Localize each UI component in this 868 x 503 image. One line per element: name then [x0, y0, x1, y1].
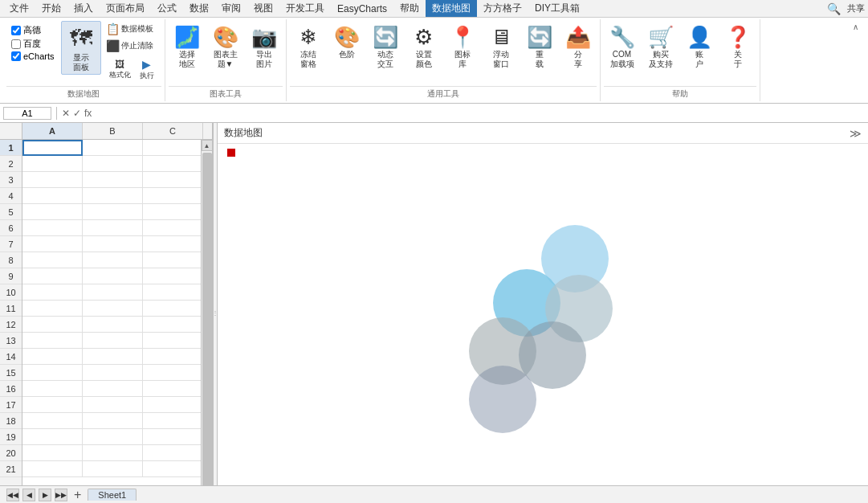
cell-c6[interactable]: [143, 220, 201, 236]
cell-b9[interactable]: [83, 268, 143, 284]
menu-view[interactable]: 视图: [247, 0, 279, 17]
cell-c9[interactable]: [143, 268, 201, 284]
color-scale-button[interactable]: 🎨 色阶: [328, 21, 365, 62]
cell-c12[interactable]: [143, 317, 201, 333]
display-panel-button[interactable]: 🗺 显示面板: [61, 21, 101, 75]
insert-function-icon[interactable]: fx: [84, 108, 92, 119]
account-button[interactable]: 👤 账户: [681, 21, 718, 72]
cell-a15[interactable]: [22, 365, 83, 381]
cell-b19[interactable]: [83, 429, 143, 445]
cell-b14[interactable]: [83, 349, 143, 365]
cell-c7[interactable]: [143, 236, 201, 252]
menu-help[interactable]: 帮助: [393, 0, 426, 17]
cell-c11[interactable]: [143, 301, 201, 317]
collapse-ribbon-button[interactable]: ∧: [850, 22, 862, 31]
confirm-formula-icon[interactable]: ✓: [73, 108, 81, 119]
cell-b12[interactable]: [83, 317, 143, 333]
map-marker-button[interactable]: 📍 图标库: [444, 21, 481, 72]
cell-a17[interactable]: [22, 397, 83, 413]
cell-c8[interactable]: [143, 252, 201, 268]
cell-b20[interactable]: [83, 445, 143, 461]
settings-color-button[interactable]: ⚙ 设置颜色: [405, 21, 442, 72]
add-sheet-button[interactable]: +: [71, 488, 84, 502]
menu-data[interactable]: 数据: [183, 0, 215, 17]
cell-a9[interactable]: [22, 268, 83, 284]
cell-a20[interactable]: [22, 445, 83, 461]
menu-review[interactable]: 审阅: [215, 0, 247, 17]
cell-b16[interactable]: [83, 381, 143, 397]
cell-c18[interactable]: [143, 413, 201, 429]
cell-c4[interactable]: [143, 188, 201, 204]
menu-formula[interactable]: 公式: [151, 0, 183, 17]
cell-a10[interactable]: [22, 284, 83, 301]
menu-diy-tools[interactable]: DIY工具箱: [528, 0, 586, 17]
checkbox-echarts[interactable]: eCharts: [11, 51, 55, 61]
cell-b7[interactable]: [83, 236, 143, 252]
menu-dev-tools[interactable]: 开发工具: [279, 0, 331, 17]
cell-c17[interactable]: [143, 397, 201, 413]
share-label[interactable]: 共享: [847, 2, 865, 14]
buy-support-button[interactable]: 🛒 购买及支持: [642, 21, 679, 72]
sheet-scroll-prev[interactable]: ◀: [22, 489, 35, 501]
cell-a1[interactable]: [22, 140, 83, 156]
sheet-scroll-last[interactable]: ▶▶: [55, 489, 67, 501]
cell-c2[interactable]: [143, 156, 201, 172]
cell-b13[interactable]: [83, 333, 143, 349]
share-button[interactable]: 📤 分享: [560, 21, 597, 72]
scroll-thumb[interactable]: [202, 153, 212, 490]
cell-b17[interactable]: [83, 397, 143, 413]
menu-start[interactable]: 开始: [35, 0, 67, 17]
format-button[interactable]: 🖼 格式化: [106, 57, 134, 82]
cell-a12[interactable]: [22, 317, 83, 333]
cell-c15[interactable]: [143, 365, 201, 381]
menu-square-grid[interactable]: 方方格子: [477, 0, 528, 17]
float-window-button[interactable]: 🖥 浮动窗口: [483, 21, 520, 72]
cell-b8[interactable]: [83, 252, 143, 268]
cell-c3[interactable]: [143, 172, 201, 188]
cell-reference-input[interactable]: [3, 107, 51, 120]
cell-b11[interactable]: [83, 301, 143, 317]
stop-clear-button[interactable]: ⬛ 停止清除: [103, 38, 161, 54]
sheet-scroll-first[interactable]: ◀◀: [6, 489, 19, 501]
cell-c1[interactable]: [143, 140, 201, 156]
cell-a7[interactable]: [22, 236, 83, 252]
cell-a21[interactable]: [22, 461, 83, 477]
cell-c20[interactable]: [143, 445, 201, 461]
cell-b1[interactable]: [83, 140, 143, 156]
cell-a4[interactable]: [22, 188, 83, 204]
cell-c13[interactable]: [143, 333, 201, 349]
col-header-b[interactable]: B: [83, 123, 143, 139]
cell-a5[interactable]: [22, 204, 83, 220]
cell-b2[interactable]: [83, 156, 143, 172]
cell-a19[interactable]: [22, 429, 83, 445]
com-addon-button[interactable]: 🔧 COM加载项: [604, 21, 641, 72]
cell-b3[interactable]: [83, 172, 143, 188]
reload-button[interactable]: 🔄 重载: [521, 21, 558, 72]
data-template-button[interactable]: 📋 数据模板: [103, 21, 161, 37]
menu-page-layout[interactable]: 页面布局: [100, 0, 151, 17]
menu-insert[interactable]: 插入: [67, 0, 100, 17]
search-icon[interactable]: 🔍: [827, 2, 841, 15]
cancel-formula-icon[interactable]: ✕: [62, 108, 70, 119]
dynamic-interaction-button[interactable]: 🔄 动态交互: [367, 21, 404, 72]
select-area-button[interactable]: 🗾 选择地区: [169, 21, 206, 72]
cell-c16[interactable]: [143, 381, 201, 397]
sheet-scroll-next[interactable]: ▶: [39, 489, 51, 501]
freeze-button[interactable]: ❄ 冻结窗格: [290, 21, 327, 72]
execute-button[interactable]: ▶ 执行: [136, 56, 158, 83]
cell-a14[interactable]: [22, 349, 83, 365]
cell-a3[interactable]: [22, 172, 83, 188]
cell-a2[interactable]: [22, 156, 83, 172]
sheet-tab[interactable]: Sheet1: [88, 489, 137, 501]
menu-file[interactable]: 文件: [3, 0, 35, 17]
cell-b10[interactable]: [83, 284, 143, 301]
cell-c14[interactable]: [143, 349, 201, 365]
menu-data-map[interactable]: 数据地图: [426, 0, 477, 17]
expand-chart-icon[interactable]: ≫: [850, 127, 862, 140]
cell-c19[interactable]: [143, 429, 201, 445]
cell-b4[interactable]: [83, 188, 143, 204]
cell-b21[interactable]: [83, 461, 143, 477]
checkbox-baidu[interactable]: 百度: [11, 38, 55, 50]
col-header-a[interactable]: A: [22, 123, 83, 139]
cell-a16[interactable]: [22, 381, 83, 397]
